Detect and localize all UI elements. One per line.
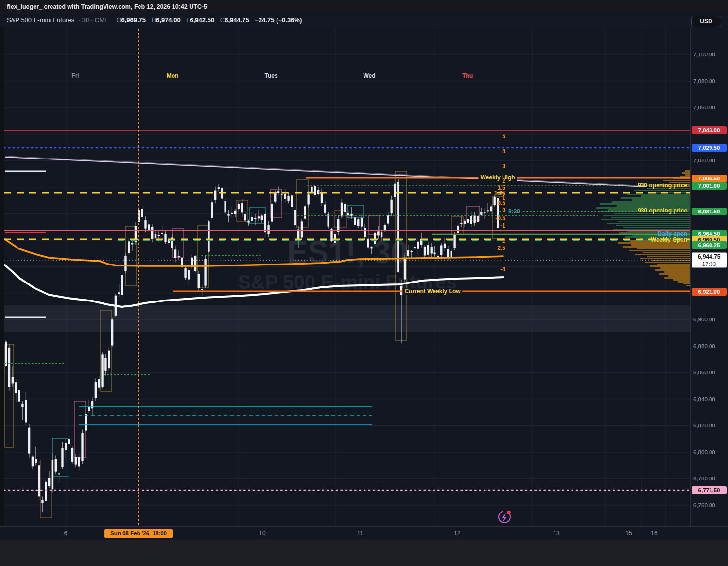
volume-profile-bar — [625, 236, 690, 238]
candle — [301, 221, 303, 237]
candle — [151, 227, 153, 239]
candle — [75, 457, 77, 465]
volume-profile-bar — [673, 279, 690, 281]
candle — [291, 195, 293, 207]
candle — [477, 216, 479, 222]
volume-profile-bar — [669, 182, 690, 183]
candle — [261, 215, 263, 220]
time-axis[interactable]: 6101112131516Sun 08 Feb '26 18:00 — [0, 526, 728, 540]
symbol-legend-bar[interactable]: S&P 500 E-mini Futures · 30 · CME O6,969… — [0, 14, 728, 27]
event-flash-icon[interactable] — [499, 511, 511, 523]
time-tick-11: 11 — [357, 530, 363, 537]
session-highlight-band — [4, 305, 690, 332]
currency-toggle-button[interactable]: USD — [691, 16, 721, 27]
candle — [158, 235, 160, 236]
candle — [311, 187, 312, 193]
chart-pane[interactable] — [0, 0, 728, 566]
price-label: 7,100.00 — [693, 52, 715, 57]
candle — [184, 268, 186, 278]
candle — [453, 234, 455, 248]
candle — [234, 211, 236, 214]
price-label: 6,880.00 — [693, 343, 715, 349]
pattern-box-brown[interactable] — [334, 211, 346, 228]
candle — [214, 191, 216, 200]
change-value: −24.75 (−0.36%) — [255, 17, 302, 24]
candle — [124, 256, 126, 271]
volume-profile-bar — [614, 213, 690, 214]
candle — [258, 216, 260, 218]
volume-profile-bar — [631, 244, 690, 246]
candle — [437, 256, 439, 257]
candle — [440, 245, 442, 255]
ohlc-low-label: L — [186, 17, 190, 24]
price-label: 6,760.00 — [693, 502, 715, 508]
candle — [201, 289, 203, 290]
symbol-title[interactable]: S&P 500 E-mini Futures — [7, 17, 74, 24]
candle — [101, 354, 103, 387]
candle — [264, 214, 266, 232]
candle — [18, 390, 20, 402]
candle — [404, 258, 406, 280]
candle — [251, 217, 253, 221]
price-label: 7,080.00 — [693, 78, 715, 84]
time-tick-16: 16 — [651, 530, 657, 537]
candle — [155, 234, 156, 238]
volume-profile-bar — [685, 174, 690, 176]
candle — [38, 465, 40, 496]
pane-left-edge — [0, 14, 4, 526]
volume-profile-bar — [611, 217, 690, 218]
volume-profile-bar — [641, 195, 690, 197]
ohlc-close-label: C — [220, 17, 225, 24]
candle — [174, 249, 176, 258]
price-label: 6,780.00 — [693, 476, 715, 481]
candle — [304, 206, 306, 218]
candle — [178, 256, 180, 257]
price-label: 6,800.00 — [693, 449, 715, 455]
volume-profile-bar — [616, 225, 690, 226]
time-tick-12: 12 — [454, 530, 460, 537]
candle — [473, 215, 475, 223]
ohlc-high-label: H — [152, 17, 156, 24]
candle — [244, 214, 246, 220]
time-tick-10: 10 — [259, 530, 265, 537]
candle — [307, 194, 309, 204]
price-label: 6,860.00 — [693, 370, 715, 375]
volume-profile-bar — [621, 197, 690, 199]
ohlc-open-label: O — [116, 17, 121, 24]
volume-profile-bar — [619, 232, 690, 234]
candle — [238, 204, 240, 209]
price-label: 6,900.00 — [693, 317, 715, 322]
candle — [487, 210, 489, 211]
candle — [274, 192, 276, 202]
candle — [464, 221, 466, 224]
volume-profile-bar — [600, 203, 690, 205]
descending-trendline[interactable] — [5, 157, 646, 187]
pattern-box-pink[interactable] — [173, 229, 184, 258]
price-badge: 7,043.00 — [692, 126, 727, 134]
session-start-time-badge: Sun 08 Feb '26 18:00 — [104, 529, 173, 538]
candle — [221, 188, 223, 199]
candle — [208, 221, 209, 251]
candle — [354, 217, 356, 225]
bar-countdown: 17:33 — [692, 261, 727, 267]
volume-profile-bar — [657, 184, 690, 185]
volume-profile-bar — [617, 205, 690, 207]
volume-profile-bar — [629, 250, 690, 251]
pattern-box-teal[interactable] — [347, 205, 364, 218]
candle — [32, 457, 34, 467]
symbol-interval-exchange[interactable]: · 30 · CME — [78, 17, 109, 24]
candle — [227, 214, 229, 215]
candle — [324, 205, 326, 213]
pattern-box-pink[interactable] — [74, 401, 86, 458]
candle — [451, 251, 452, 257]
candle — [55, 459, 57, 472]
candle — [12, 377, 14, 384]
volume-profile-bar — [664, 277, 690, 279]
candle — [198, 274, 200, 288]
tradingview-chart-window: flex_lueger_ created with TradingView.co… — [0, 0, 728, 566]
volume-profile-bar — [601, 219, 690, 220]
candle — [48, 478, 50, 486]
candle — [41, 500, 43, 503]
candle — [71, 448, 73, 462]
price-axis[interactable]: 7,100.007,080.007,060.007,020.006,900.00… — [690, 27, 728, 526]
